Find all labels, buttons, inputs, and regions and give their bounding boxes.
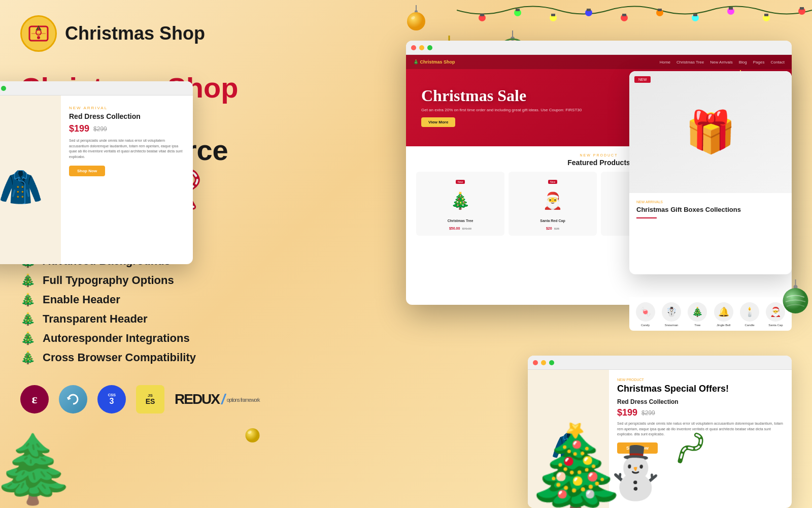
- product-image: 🎅: [537, 185, 568, 216]
- svg-point-52: [783, 288, 808, 313]
- christmas-icon: 🎄: [20, 273, 36, 288]
- hero-view-more-button[interactable]: View More: [421, 117, 455, 127]
- browser-bar: [406, 41, 792, 55]
- product-card: New 🎅 Santa Red Cap $20 $25: [509, 172, 597, 236]
- product-badge: New: [548, 180, 557, 184]
- nav-christmas-tree: Christmas Tree: [676, 60, 704, 65]
- category-candy[interactable]: 🍬 Candy: [633, 302, 657, 327]
- svg-rect-17: [764, 14, 768, 16]
- snowman-image: ☃️: [662, 302, 681, 322]
- svg-rect-3: [516, 9, 520, 11]
- category-candle[interactable]: 🕯️ Candle: [737, 302, 761, 327]
- svg-rect-19: [800, 7, 804, 10]
- christmas-icon: 🎄: [20, 331, 36, 345]
- logo-row: Christmas Shop: [20, 15, 274, 52]
- detail-product-title: Red Dress Collection: [69, 112, 185, 120]
- feature-item: 🎄 Transparent Header: [20, 312, 274, 326]
- detail-old-price: $299: [93, 125, 107, 133]
- logo-text: Christmas Shop: [65, 23, 205, 44]
- nav-pages: Pages: [753, 60, 765, 65]
- detail-info: New Arrival Red Dress Collection $199 $2…: [61, 96, 193, 264]
- feature-text: Autoresponder Integrations: [43, 332, 190, 345]
- svg-rect-5: [551, 14, 555, 16]
- product-image: 🎄: [445, 185, 476, 216]
- redux-badge: REDUX / options framework: [175, 391, 260, 407]
- detail-description: Sed ut perspiciatis unde omnis iste natu…: [69, 138, 185, 160]
- gift-image: 🎁 New: [629, 71, 792, 193]
- svg-rect-13: [693, 14, 697, 16]
- gift-ribbon-badge: New: [634, 76, 651, 83]
- gift-title: Christmas Gift Boxes Collections: [636, 206, 785, 213]
- gift-section-label: New Arrivals: [636, 200, 785, 204]
- js-badge: JS ES: [136, 385, 164, 414]
- gift-box-panel: 🎁 New New Arrivals Christmas Gift Boxes …: [629, 71, 792, 274]
- bottom-product-name: Red Dress Collection: [617, 398, 784, 405]
- minimize-dot: [419, 45, 424, 50]
- bottom-section-label: New Product: [617, 378, 784, 382]
- product-old-price: $25: [554, 227, 559, 230]
- close-dot: [533, 360, 538, 365]
- product-badge: New: [456, 180, 465, 184]
- detail-price: $199: [69, 123, 89, 134]
- feature-item: 🎄 Autoresponder Integrations: [20, 331, 274, 345]
- feature-text: Cross Browser Compatibility: [43, 351, 196, 364]
- minimize-dot: [541, 360, 546, 365]
- category-jingle-bell[interactable]: 🔔 Jingle Bell: [712, 302, 735, 327]
- svg-rect-15: [729, 7, 733, 10]
- product-card: New 🎄 Christmas Tree $50.00 $70.00: [416, 172, 504, 236]
- gift-divider: [636, 217, 657, 218]
- detail-browser-bar: [0, 81, 193, 96]
- hero-nav: 🎄 Christmas Shop Home Christmas Tree New…: [406, 55, 792, 69]
- detail-price-row: $199 $299: [69, 123, 185, 134]
- maximize-dot: [427, 45, 432, 50]
- product-old-price: $70.00: [462, 227, 471, 230]
- bell-image: 🔔: [714, 302, 733, 322]
- nav-home: Home: [660, 60, 670, 65]
- christmas-icon: 🎄: [20, 293, 36, 307]
- maximize-dot: [549, 360, 554, 365]
- feature-item: 🎄 Cross Browser Compatibility: [20, 351, 274, 365]
- green-ball-decoration: [782, 279, 809, 317]
- snowman-label: Snowman: [659, 324, 683, 327]
- elementor-badge: ε: [20, 385, 49, 414]
- detail-section-label: New Arrival: [69, 106, 185, 110]
- svg-rect-11: [658, 9, 662, 11]
- refresh-badge: [59, 385, 87, 414]
- gold-ball-decoration: [244, 425, 261, 447]
- product-detail-mockup: 🧥 New Arrival Red Dress Collection $199 …: [0, 81, 193, 264]
- bottom-section-title: Christmas Special Offers!: [617, 384, 784, 394]
- bottom-product-old-price: $299: [641, 409, 655, 417]
- gold-ornament: [406, 5, 426, 37]
- svg-point-23: [37, 36, 40, 39]
- svg-rect-7: [587, 9, 591, 11]
- nav-contact: Contact: [770, 60, 785, 65]
- candy-label: Candy: [633, 324, 657, 327]
- product-price: $50.00: [449, 227, 460, 230]
- tree-image: 🎄: [688, 302, 707, 322]
- svg-rect-1: [480, 14, 484, 16]
- snowman-decoration: ⛄: [604, 447, 667, 498]
- css3-badge: CSS 3: [97, 385, 126, 414]
- maximize-dot: [1, 86, 6, 91]
- nav-new-arrivals: New Arrivals: [710, 60, 732, 65]
- detail-product-image: 🧥: [0, 96, 61, 264]
- detail-shop-now-button[interactable]: Shop Now: [69, 166, 105, 176]
- feature-text: Full Typography Options: [43, 274, 174, 287]
- product-name: Christmas Tree: [420, 219, 500, 223]
- feature-item: 🎄 Enable Header: [20, 293, 274, 307]
- nav-blog: Blog: [739, 60, 747, 65]
- santa-cap-label: Santa Cap: [764, 324, 788, 327]
- feature-text: Transparent Header: [43, 312, 148, 326]
- category-tree[interactable]: 🎄 Tree: [686, 302, 709, 327]
- gift-info: New Arrivals Christmas Gift Boxes Collec…: [629, 193, 792, 230]
- detail-content: 🧥 New Arrival Red Dress Collection $199 …: [0, 96, 193, 264]
- category-snowman[interactable]: ☃️ Snowman: [659, 302, 683, 327]
- close-dot: [411, 45, 416, 50]
- feature-item: 🎄 Full Typography Options: [20, 273, 274, 288]
- svg-point-21: [36, 30, 41, 35]
- logo-icon: [20, 15, 57, 52]
- product-price: $20: [546, 227, 552, 230]
- bell-label: Jingle Bell: [712, 324, 735, 327]
- svg-point-31: [407, 12, 425, 30]
- candle-image: 🕯️: [740, 302, 759, 322]
